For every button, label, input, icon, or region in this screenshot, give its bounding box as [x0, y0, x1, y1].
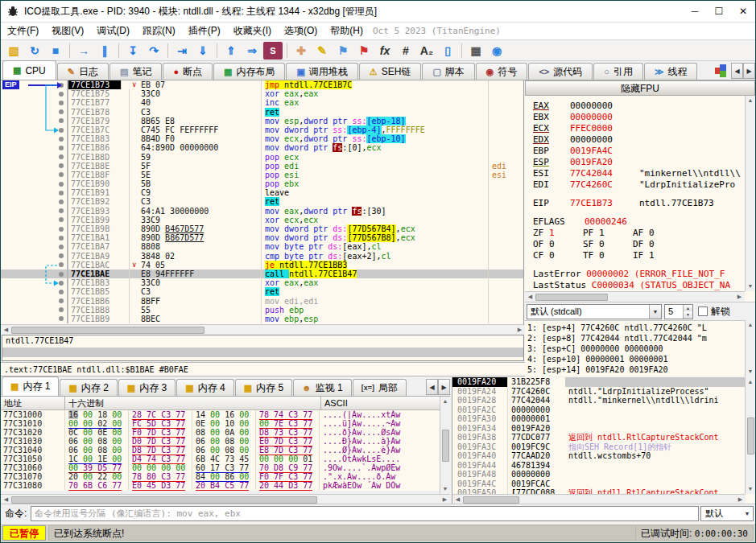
unlock-checkbox[interactable]: [698, 306, 708, 316]
stack-row[interactable]: 0019FA3000000001: [452, 414, 755, 424]
dump-tab-scroll-right[interactable]: ▶: [438, 379, 450, 395]
run-to-user-code-icon[interactable]: ⇒: [242, 42, 262, 60]
stack-row[interactable]: 0019FA4446781394: [452, 461, 755, 471]
flag-af[interactable]: AF 0: [633, 228, 683, 239]
registers-vscrollbar[interactable]: ▲▼: [745, 96, 755, 291]
menu-item[interactable]: 插件(P): [182, 23, 227, 39]
tab-breakpoints[interactable]: ●断点: [163, 63, 213, 80]
disasm-row[interactable]: 77CE1B7533C0xor eax,eax: [1, 89, 523, 98]
flag-pf[interactable]: PF 1: [583, 228, 633, 239]
stack-row[interactable]: 0019FA2031B225F8: [452, 377, 755, 387]
flag-tf[interactable]: TF 0: [583, 250, 633, 261]
stack-row[interactable]: 0019FA340019FA20: [452, 424, 755, 434]
stack-row[interactable]: 0019FA2C00000000: [452, 405, 755, 415]
argument-row[interactable]: 2: [esp+8] 77C42044 ntdll.77C42044 "m: [527, 333, 755, 343]
disasm-gutter[interactable]: [1, 242, 68, 251]
stack-row[interactable]: 0019FA2877C42044ntdll."minkernel\\ntdll\…: [452, 396, 755, 405]
disasm-row[interactable]: 77CE1B838B4D F0mov ecx,dword ptr ss:[ebp…: [1, 134, 523, 143]
disasm-row[interactable]: 77CE1B8F5Epop esiesi: [1, 171, 523, 179]
patches-icon[interactable]: ✚: [291, 42, 311, 60]
dump-row[interactable]: 77C3103006 00 08 00D0 7D C3 7706 00 08 0…: [1, 437, 450, 446]
stack-row[interactable]: 0019FA4800000000: [452, 470, 755, 479]
breakpoint-dot[interactable]: [59, 172, 64, 177]
breakpoint-dot[interactable]: [59, 290, 64, 294]
tab-script[interactable]: ▢脚本: [422, 63, 474, 80]
dump-row[interactable]: 77C3106000 39 D5 7700 00 00 0060 17 C3 7…: [1, 463, 450, 472]
disasm-row[interactable]: 77CE1B8D59pop ecx: [1, 153, 523, 162]
dump-row[interactable]: 77C310501C 00 1E 00D4 74 C3 776B 4C 73 4…: [1, 455, 450, 463]
dump-row[interactable]: 77C3100016 00 18 0028 7C C3 7714 00 16 0…: [1, 410, 450, 419]
tab-seh-chain[interactable]: ⚠SEH链: [359, 63, 422, 80]
argument-row[interactable]: 1: [esp+4] 77C4260C ntdll.77C4260C "L: [527, 323, 755, 333]
disasm-row[interactable]: 77CE1B9933C9xor ecx,ecx: [1, 216, 523, 224]
disasm-row[interactable]: 77CE1B798B65 E8mov esp,dword ptr ss:[ebp…: [1, 117, 523, 125]
calculator-icon[interactable]: ▦: [466, 42, 485, 60]
dump-row[interactable]: 77C3108070 6B C6 77E0 45 D3 7720 B4 C5 7…: [1, 481, 450, 490]
disasm-gutter[interactable]: [1, 252, 68, 261]
unlock-toggle[interactable]: 解锁: [698, 305, 730, 319]
hide-fpu-button[interactable]: 隐藏FPU: [525, 80, 755, 96]
globe-icon[interactable]: ◉: [487, 42, 506, 60]
step-out-icon[interactable]: ⇑: [221, 42, 241, 60]
breakpoint-dot[interactable]: [59, 118, 64, 123]
disasm-gutter[interactable]: [1, 108, 68, 117]
disasm-row[interactable]: 77CE1B9364:A1 30000000mov eax,dword ptr …: [1, 207, 523, 216]
disasm-row[interactable]: 77CE1B7740inc eax: [1, 98, 523, 107]
tab-symbols[interactable]: ◉符号: [476, 63, 528, 80]
tab-references[interactable]: ○引用: [593, 63, 643, 80]
tab-scroll-right[interactable]: ▶: [743, 63, 755, 79]
disasm-row[interactable]: 77CE1B91C9leave: [1, 188, 523, 197]
breakpoint-dot[interactable]: [59, 109, 64, 114]
argument-row[interactable]: 5: [esp+14] 0019FA20 0019FA20: [527, 364, 755, 375]
register-row[interactable]: ECXFFEC0000: [533, 123, 745, 134]
spin-down-icon[interactable]: ▼: [684, 311, 692, 319]
disasm-gutter[interactable]: [1, 162, 68, 171]
disasm-gutter[interactable]: [1, 207, 68, 216]
flag-if[interactable]: IF 1: [633, 250, 683, 261]
menu-item[interactable]: 选项(O): [278, 23, 324, 39]
handles-icon[interactable]: ▯: [438, 42, 457, 60]
spin-up-icon[interactable]: ▲: [684, 305, 692, 312]
breakpoint-dot[interactable]: [59, 236, 64, 241]
tab-dump-4[interactable]: ▦内存 4: [176, 379, 233, 396]
tab-locals[interactable]: [x=]局部: [353, 379, 407, 396]
breakpoint-dot[interactable]: [59, 137, 64, 142]
stack-row[interactable]: 0019FA4C0019FCAC: [452, 479, 755, 489]
argument-row[interactable]: 3: [esp+C] 00000000 00000000: [527, 343, 755, 354]
disasm-gutter[interactable]: [1, 179, 68, 188]
eflags-row[interactable]: EFLAGS00000246: [533, 216, 745, 228]
run-to-cursor-icon[interactable]: ⇥: [172, 42, 192, 60]
disasm-row[interactable]: 77CE1BA1890D B867D577mov dword ptr ds:[7…: [1, 233, 523, 242]
dump-vscrollbar[interactable]: ▲▼: [440, 397, 450, 494]
disasm-gutter[interactable]: [1, 216, 68, 224]
menu-item[interactable]: 跟踪(N): [136, 23, 182, 39]
pause-icon[interactable]: ∥: [95, 42, 114, 60]
stop-icon[interactable]: ■: [46, 42, 65, 60]
minimize-button[interactable]: ─: [683, 2, 707, 20]
disasm-gutter[interactable]: [1, 171, 68, 179]
menu-item[interactable]: 文件(F): [1, 23, 45, 39]
register-row[interactable]: EDI77C4260C"LdrpInitializePro: [533, 179, 745, 191]
flags-row[interactable]: OF 0SF 0DF 0: [533, 239, 745, 250]
flag-of[interactable]: OF 0: [533, 239, 583, 250]
disasm-gutter[interactable]: [1, 89, 68, 98]
register-row[interactable]: ESI77C42044"minkernel\\ntdll\\: [533, 168, 745, 179]
disasm-row[interactable]: 77CE1B9B890D B467D577mov dword ptr ds:[7…: [1, 224, 523, 233]
tab-cpu[interactable]: ▦CPU: [2, 60, 56, 80]
disasm-gutter[interactable]: [1, 134, 68, 143]
disasm-gutter[interactable]: [1, 278, 68, 287]
disasm-gutter[interactable]: [1, 306, 68, 315]
dump-row[interactable]: 77C3101000 00 02 00FC 5D C3 770E 00 10 0…: [1, 419, 450, 428]
register-row[interactable]: EDX00000000: [533, 134, 745, 146]
hash-icon[interactable]: #: [396, 42, 415, 60]
breakpoint-dot[interactable]: [59, 245, 64, 249]
step-over-icon[interactable]: ↷: [144, 42, 163, 60]
disasm-gutter[interactable]: [1, 261, 68, 269]
register-row[interactable]: EBP0019FA4C: [533, 146, 745, 157]
breakpoint-dot[interactable]: [59, 262, 64, 267]
breakpoint-dot[interactable]: [59, 163, 64, 168]
disasm-row[interactable]: 77CE1BB5C3ret: [1, 287, 523, 296]
disasm-row[interactable]: 77CE1B8664:890D 00000000mov dword ptr fs…: [1, 143, 523, 152]
disasm-gutter[interactable]: [1, 143, 68, 152]
argument-row[interactable]: 4: [esp+10] 00000001 00000001: [527, 354, 755, 364]
